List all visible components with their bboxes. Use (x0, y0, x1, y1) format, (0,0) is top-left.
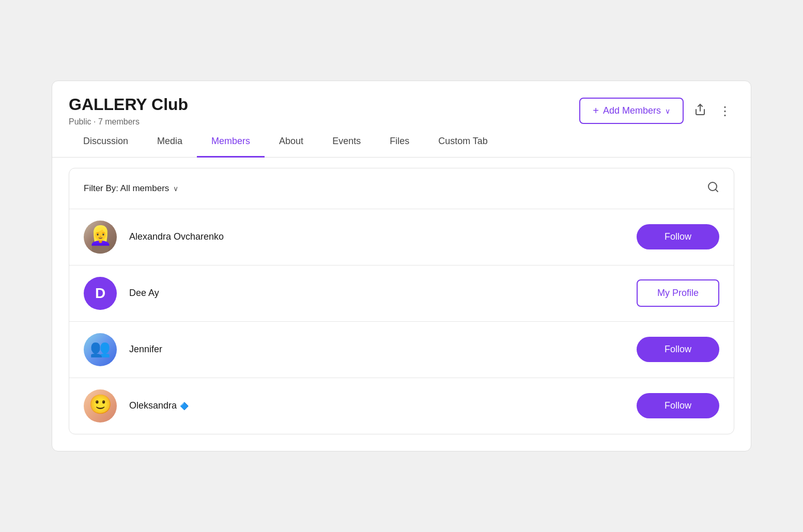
more-options-button[interactable]: ⋮ (717, 102, 734, 120)
member-action-jennifer: Follow (637, 337, 719, 362)
plus-icon: + (593, 105, 599, 117)
member-name-oleksandra: Oleksandra 🔷 (129, 400, 637, 411)
filter-bar: Filter By: All members ∨ (69, 168, 734, 209)
header-left: GALLERY Club Public · 7 members (69, 96, 188, 126)
follow-button-jennifer[interactable]: Follow (637, 337, 719, 362)
avatar-dee: D (84, 277, 117, 310)
tab-about[interactable]: About (265, 127, 318, 158)
tab-members[interactable]: Members (197, 127, 265, 158)
member-row-dee: D Dee Ay My Profile (69, 265, 734, 322)
member-action-alexandra: Follow (637, 224, 719, 249)
my-profile-button[interactable]: My Profile (637, 279, 719, 307)
member-name-alexandra: Alexandra Ovcharenko (129, 231, 637, 242)
member-name-jennifer: Jennifer (129, 344, 637, 355)
member-row-alexandra: Alexandra Ovcharenko Follow (69, 209, 734, 265)
members-card: Filter By: All members ∨ Alexandra Ovcha… (69, 168, 734, 434)
page-container: GALLERY Club Public · 7 members + Add Me… (52, 81, 751, 451)
search-button[interactable] (707, 181, 719, 196)
tab-custom-tab[interactable]: Custom Tab (424, 127, 502, 158)
add-members-button[interactable]: + Add Members ∨ (579, 98, 684, 124)
tab-discussion[interactable]: Discussion (69, 127, 143, 158)
content-area: Filter By: All members ∨ Alexandra Ovcha… (52, 158, 751, 451)
header: GALLERY Club Public · 7 members + Add Me… (52, 81, 751, 126)
tab-media[interactable]: Media (143, 127, 197, 158)
club-title: GALLERY Club (69, 96, 188, 114)
follow-button-alexandra[interactable]: Follow (637, 224, 719, 249)
chevron-down-icon: ∨ (665, 107, 670, 115)
header-right: + Add Members ∨ ⋮ (579, 96, 734, 124)
club-subtitle: Public · 7 members (69, 117, 188, 127)
add-members-label: Add Members (603, 105, 661, 116)
member-row-jennifer: Jennifer Follow (69, 322, 734, 378)
member-badge-oleksandra: 🔷 (180, 402, 189, 410)
tab-events[interactable]: Events (318, 127, 375, 158)
filter-chevron-icon: ∨ (173, 184, 178, 193)
tab-files[interactable]: Files (375, 127, 424, 158)
filter-button[interactable]: Filter By: All members ∨ (84, 183, 178, 194)
avatar-alexandra (84, 221, 117, 254)
share-button[interactable] (692, 101, 708, 121)
more-icon: ⋮ (719, 104, 732, 118)
member-action-dee: My Profile (637, 279, 719, 307)
avatar-oleksandra (84, 389, 117, 423)
svg-line-2 (716, 189, 718, 191)
member-row-oleksandra: Oleksandra 🔷 Follow (69, 378, 734, 434)
filter-label: Filter By: All members (84, 183, 169, 194)
member-action-oleksandra: Follow (637, 393, 719, 418)
tabs-bar: Discussion Media Members About Events Fi… (52, 127, 751, 158)
member-name-dee: Dee Ay (129, 288, 637, 299)
follow-button-oleksandra[interactable]: Follow (637, 393, 719, 418)
avatar-jennifer (84, 333, 117, 366)
